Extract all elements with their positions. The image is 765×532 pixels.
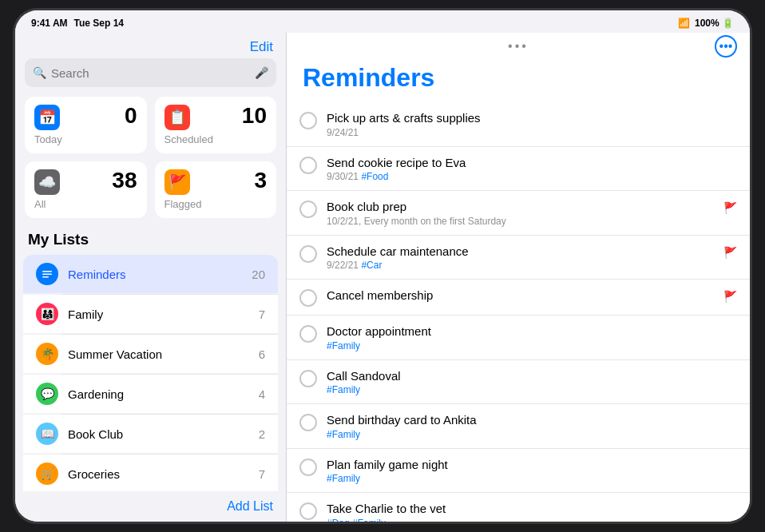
- lists-container: Reminders 20 👨‍👩‍👧 Family 7 🌴 Summer Vac…: [15, 255, 286, 491]
- tile-flagged[interactable]: 🚩 3 Flagged: [155, 161, 277, 218]
- reminder-checkbox[interactable]: [299, 157, 317, 174]
- sidebar-item-book-club[interactable]: 📖 Book Club 2: [23, 415, 278, 453]
- reminder-title: Book club prep: [327, 199, 714, 215]
- reminder-item: Pick up arts & crafts supplies 9/24/21: [287, 102, 750, 147]
- summer-vacation-list-count: 6: [259, 347, 265, 361]
- flag-icon: 🚩: [723, 246, 737, 259]
- my-lists-header: My Lists: [15, 231, 286, 255]
- reminder-item: Doctor appointment #Family: [287, 316, 750, 360]
- reminder-content: Send cookie recipe to Eva 9/30/21 #Food: [327, 155, 737, 183]
- reminder-item: Send cookie recipe to Eva 9/30/21 #Food: [287, 147, 750, 192]
- summer-vacation-list-icon: 🌴: [36, 343, 58, 365]
- reminder-checkbox[interactable]: [299, 245, 317, 263]
- flagged-icon: 🚩: [164, 169, 190, 195]
- book-club-list-name: Book Club: [68, 427, 249, 441]
- search-icon: 🔍: [33, 66, 46, 79]
- reminder-subtitle: 9/22/21 #Car: [327, 260, 714, 271]
- groceries-list-count: 7: [259, 467, 265, 481]
- reminder-title: Send cookie recipe to Eva: [327, 155, 737, 171]
- svg-rect-0: [42, 271, 52, 272]
- reminder-content: Call Sandoval #Family: [327, 368, 737, 396]
- reminder-checkbox[interactable]: [299, 370, 317, 387]
- flagged-label: Flagged: [164, 198, 268, 210]
- reminder-subtitle: 9/24/21: [327, 127, 737, 138]
- reminder-title: Send birthday card to Ankita: [327, 412, 737, 428]
- scheduled-count: 10: [242, 105, 267, 127]
- flag-icon: 🚩: [723, 290, 737, 303]
- edit-button[interactable]: Edit: [250, 39, 273, 55]
- reminder-item: Call Sandoval #Family: [287, 360, 750, 405]
- today-count: 0: [125, 105, 137, 127]
- reminder-item: Send birthday card to Ankita #Family: [287, 404, 750, 449]
- reminder-content: Take Charlie to the vet #Dog #Family: [327, 501, 737, 522]
- flagged-count: 3: [254, 169, 267, 192]
- svg-rect-2: [42, 276, 49, 278]
- reminder-title: Call Sandoval: [327, 368, 737, 384]
- toolbar-dots: •••: [508, 39, 529, 54]
- all-count: 38: [112, 169, 137, 192]
- reminder-title: Schedule car maintenance: [327, 244, 714, 260]
- reminder-list: Pick up arts & crafts supplies 9/24/21 S…: [287, 102, 750, 522]
- reminder-title: Cancel membership: [327, 288, 714, 304]
- gardening-list-count: 4: [259, 387, 265, 401]
- tile-scheduled[interactable]: 📋 10 Scheduled: [155, 97, 277, 153]
- reminder-subtitle: 10/2/21, Every month on the first Saturd…: [327, 216, 714, 227]
- sidebar-item-gardening[interactable]: 💬 Gardening 4: [23, 375, 278, 413]
- sidebar-item-family[interactable]: 👨‍👩‍👧 Family 7: [23, 295, 278, 333]
- reminder-item: Cancel membership 🚩: [287, 280, 750, 316]
- reminder-checkbox[interactable]: [299, 200, 317, 218]
- sidebar-item-groceries[interactable]: 🛒 Groceries 7: [23, 455, 278, 491]
- ellipsis-icon: •••: [719, 39, 733, 54]
- more-options-button[interactable]: •••: [715, 35, 737, 58]
- reminder-content: Schedule car maintenance 9/22/21 #Car: [327, 244, 714, 272]
- reminder-checkbox[interactable]: [299, 289, 317, 307]
- reminder-checkbox[interactable]: [299, 502, 317, 520]
- family-list-count: 7: [259, 308, 265, 321]
- detail-toolbar: ••• •••: [287, 33, 750, 60]
- microphone-icon[interactable]: 🎤: [255, 66, 268, 79]
- reminder-subtitle: #Family: [327, 429, 737, 440]
- scheduled-label: Scheduled: [164, 133, 268, 145]
- status-bar: 9:41 AM Tue Sep 14 📶 100% 🔋: [15, 10, 750, 33]
- book-club-list-count: 2: [259, 427, 265, 441]
- tile-today[interactable]: 📅 0 Today: [25, 97, 147, 153]
- reminders-list-name: Reminders: [68, 268, 242, 281]
- detail-panel: ••• ••• Reminders Pick up arts & crafts …: [287, 33, 750, 522]
- flag-icon: 🚩: [723, 201, 737, 214]
- status-time: 9:41 AM: [31, 18, 68, 29]
- reminder-content: Book club prep 10/2/21, Every month on t…: [327, 199, 714, 227]
- reminder-subtitle: #Dog #Family: [327, 518, 737, 522]
- sidebar-footer: Add List: [15, 491, 286, 522]
- reminder-item: Take Charlie to the vet #Dog #Family: [287, 493, 750, 522]
- add-list-button[interactable]: Add List: [227, 499, 273, 514]
- groceries-list-name: Groceries: [68, 467, 249, 481]
- book-club-list-icon: 📖: [36, 423, 58, 445]
- search-input[interactable]: [51, 66, 250, 80]
- reminder-content: Plan family game night #Family: [327, 457, 737, 485]
- reminder-checkbox[interactable]: [299, 459, 317, 476]
- sidebar-item-summer-vacation[interactable]: 🌴 Summer Vacation 6: [23, 335, 278, 373]
- wifi-icon: 📶: [678, 18, 690, 29]
- sidebar: Edit 🔍 🎤 📅 0 Today 📋: [15, 33, 287, 522]
- reminder-checkbox[interactable]: [299, 112, 317, 129]
- today-icon: 📅: [34, 105, 60, 130]
- detail-title: Reminders: [287, 60, 750, 102]
- status-date: Tue Sep 14: [74, 18, 124, 29]
- reminders-list-count: 20: [252, 268, 265, 281]
- battery-indicator: 100% 🔋: [695, 18, 734, 29]
- reminder-subtitle: #Family: [327, 340, 737, 351]
- family-list-icon: 👨‍👩‍👧: [36, 303, 58, 325]
- svg-rect-1: [42, 274, 52, 276]
- reminder-content: Send birthday card to Ankita #Family: [327, 412, 737, 440]
- reminder-subtitle: 9/30/21 #Food: [327, 171, 737, 182]
- summer-vacation-list-name: Summer Vacation: [68, 347, 249, 361]
- reminder-checkbox[interactable]: [299, 325, 317, 343]
- search-bar[interactable]: 🔍 🎤: [25, 58, 276, 87]
- reminder-item: Schedule car maintenance 9/22/21 #Car 🚩: [287, 236, 750, 280]
- reminder-checkbox[interactable]: [299, 414, 317, 431]
- reminder-content: Cancel membership: [327, 288, 714, 304]
- sidebar-item-reminders[interactable]: Reminders 20: [23, 255, 278, 293]
- tile-all[interactable]: ☁️ 38 All: [25, 161, 147, 218]
- gardening-list-name: Gardening: [68, 387, 249, 401]
- all-label: All: [34, 198, 137, 210]
